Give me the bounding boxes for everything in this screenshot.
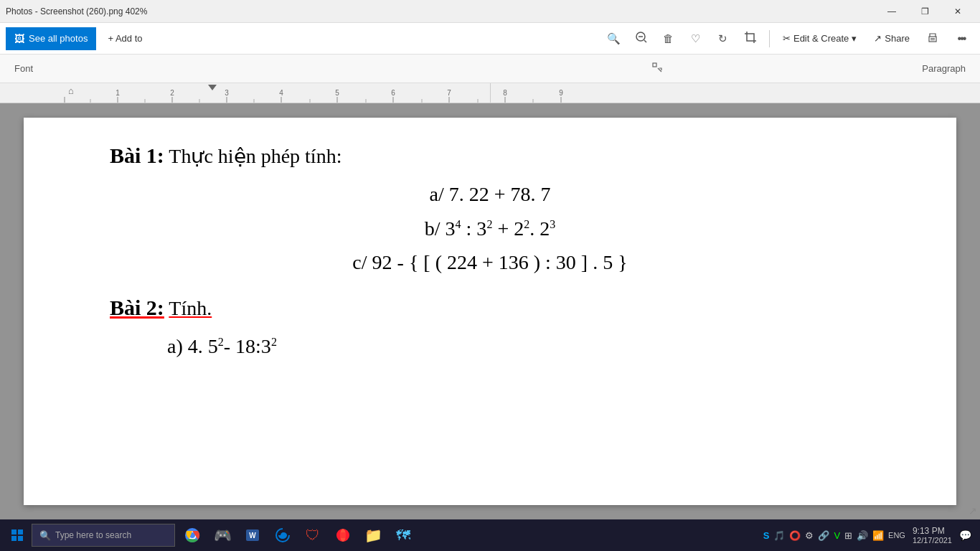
document-area: Bài 1: Thực hiện phép tính: a/ 7. 22 + 7… bbox=[0, 103, 980, 519]
tray-circle-icon: ⭕ bbox=[789, 530, 801, 541]
see-all-photos-label: See all photos bbox=[29, 33, 88, 44]
toolbar-icons: 🔍 🗑 ♡ ↻ bbox=[601, 26, 763, 52]
favorite-button[interactable]: ♡ bbox=[683, 26, 709, 52]
search-icon: 🔍 bbox=[39, 530, 51, 541]
taskbar-maps[interactable]: 🗺 bbox=[389, 521, 418, 550]
zoom-in-button[interactable]: 🔍 bbox=[601, 26, 627, 52]
svg-rect-38 bbox=[18, 536, 23, 541]
math-line-a: a/ 7. 22 + 78. 7 bbox=[110, 177, 870, 212]
svg-point-46 bbox=[336, 532, 349, 538]
title-bar-title: Photos - Screenshot (260).png 402% bbox=[6, 6, 147, 17]
crop-button[interactable] bbox=[738, 26, 763, 52]
ribbon-expand-icon[interactable] bbox=[652, 62, 662, 75]
document-content: Bài 1: Thực hiện phép tính: a/ 7. 22 + 7… bbox=[110, 139, 870, 363]
bai1-title: Bài 1: bbox=[110, 143, 164, 167]
svg-rect-4 bbox=[930, 38, 935, 39]
svg-text:3: 3 bbox=[225, 89, 229, 97]
tray-music-icon: 🎵 bbox=[773, 530, 785, 541]
taskbar-game[interactable]: 🎮 bbox=[208, 521, 237, 550]
toolbar-right: ✂ Edit & Create ▾ ↗ Share ••• bbox=[776, 26, 974, 52]
edit-icon: ✂ bbox=[783, 33, 791, 44]
title-bar-controls: — ❐ ✕ bbox=[875, 0, 974, 23]
edit-create-button[interactable]: ✂ Edit & Create ▾ bbox=[776, 27, 864, 50]
zoom-out-button[interactable] bbox=[628, 26, 654, 52]
taskbar-word[interactable]: W bbox=[238, 521, 267, 550]
svg-rect-3 bbox=[929, 37, 936, 42]
exp2: 2 bbox=[486, 217, 492, 230]
svg-text:9: 9 bbox=[559, 89, 563, 97]
title-bar-left: Photos - Screenshot (260).png 402% bbox=[6, 6, 147, 17]
line-c-text: c/ 92 - { [ ( 224 + 136 ) : 30 ] . 5 } bbox=[352, 251, 627, 273]
svg-text:W: W bbox=[249, 532, 256, 540]
line2-a-text: a) 4. 52- 18:32 bbox=[167, 335, 277, 357]
tray-speaker-icon: 🔊 bbox=[857, 530, 868, 541]
bai2-line: Bài 2: Tính. bbox=[110, 291, 870, 324]
bai2-title-underline: Bài 2: bbox=[110, 296, 164, 319]
minimize-button[interactable]: — bbox=[875, 0, 908, 23]
tray-app1-icon: ⚙ bbox=[805, 530, 814, 541]
close-button[interactable]: ✕ bbox=[941, 0, 974, 23]
line-b-pre: b/ 34 : 32 + 22. 23 bbox=[425, 217, 555, 240]
tray-grid-icon: ⊞ bbox=[844, 530, 852, 541]
share-button[interactable]: ↗ Share bbox=[867, 27, 917, 50]
math-line-c: c/ 92 - { [ ( 224 + 136 ) : 30 ] . 5 } bbox=[110, 245, 870, 280]
maximize-button[interactable]: ❐ bbox=[908, 0, 941, 23]
delete-button[interactable]: 🗑 bbox=[656, 26, 682, 52]
heart-icon: ♡ bbox=[691, 32, 700, 45]
add-to-button[interactable]: + Add to bbox=[99, 27, 151, 50]
svg-text:5: 5 bbox=[335, 89, 339, 97]
taskbar: 🔍 Type here to search 🎮 W bbox=[0, 519, 980, 551]
svg-rect-35 bbox=[11, 529, 17, 534]
svg-text:2: 2 bbox=[170, 89, 174, 97]
search-box[interactable]: 🔍 Type here to search bbox=[32, 524, 175, 547]
search-placeholder: Type here to search bbox=[55, 530, 131, 540]
delete-icon: 🗑 bbox=[663, 32, 674, 44]
tray-wifi-icon: 📶 bbox=[872, 530, 884, 541]
title-bar: Photos - Screenshot (260).png 402% — ❐ ✕ bbox=[0, 0, 980, 23]
svg-rect-36 bbox=[18, 529, 23, 534]
taskbar-security[interactable]: 🛡 bbox=[298, 521, 327, 550]
taskbar-apps: 🎮 W 🛡 📁 🗺 bbox=[178, 521, 418, 550]
math-line-b: b/ 34 : 32 + 22. 23 bbox=[110, 212, 870, 246]
tray-time: 9:13 PM bbox=[913, 526, 952, 536]
ruler: ⌂ 1 2 3 4 5 6 7 8 9 bbox=[0, 83, 980, 103]
more-options-button[interactable]: ••• bbox=[948, 26, 974, 52]
see-all-photos-button[interactable]: 🖼 See all photos bbox=[6, 27, 96, 50]
bai1-line: Bài 1: Thực hiện phép tính: bbox=[110, 139, 870, 171]
svg-rect-5 bbox=[930, 39, 935, 40]
chevron-down-icon: ▾ bbox=[852, 33, 857, 44]
toolbar: 🖼 See all photos + Add to 🔍 🗑 ♡ ↻ bbox=[0, 23, 980, 55]
taskbar-tray: S 🎵 ⭕ ⚙ 🔗 V ⊞ 🔊 📶 ENG 9:13 PM 12/17/2021… bbox=[758, 526, 977, 545]
resize-icon: ↗ bbox=[969, 505, 977, 517]
notification-icon[interactable]: 💬 bbox=[959, 529, 971, 541]
exp1: 4 bbox=[456, 217, 461, 230]
clock: 9:13 PM 12/17/2021 bbox=[913, 526, 952, 545]
bai2-title: Bài 2: bbox=[110, 296, 164, 319]
language-indicator: ENG bbox=[888, 531, 905, 540]
share-icon: ↗ bbox=[874, 33, 882, 44]
taskbar-chrome[interactable] bbox=[178, 521, 207, 550]
svg-line-2 bbox=[644, 40, 646, 42]
rotate-icon: ↻ bbox=[718, 32, 727, 45]
toolbar-divider bbox=[769, 30, 770, 47]
taskbar-edge[interactable] bbox=[268, 521, 297, 550]
tray-icons: S 🎵 ⭕ ⚙ 🔗 V ⊞ 🔊 📶 bbox=[763, 530, 884, 541]
exp5: 2 bbox=[218, 335, 224, 347]
bai2-desc: Tính. bbox=[164, 297, 212, 319]
svg-text:6: 6 bbox=[391, 89, 395, 97]
tray-date: 12/17/2021 bbox=[913, 536, 952, 545]
svg-text:1: 1 bbox=[116, 89, 120, 97]
ribbon-font-label: Font bbox=[14, 63, 33, 74]
taskbar-opera[interactable] bbox=[329, 521, 357, 550]
zoom-out-icon bbox=[635, 31, 648, 46]
taskbar-files[interactable]: 📁 bbox=[359, 521, 387, 550]
svg-text:8: 8 bbox=[503, 89, 507, 97]
print-icon bbox=[927, 32, 938, 46]
rotate-button[interactable]: ↻ bbox=[710, 26, 736, 52]
print-button[interactable] bbox=[920, 26, 946, 52]
exp3: 2 bbox=[524, 217, 529, 230]
start-button[interactable] bbox=[3, 521, 32, 550]
more-dots-icon: ••• bbox=[958, 32, 966, 45]
tray-vpn-icon: V bbox=[834, 530, 840, 541]
crop-icon bbox=[744, 31, 757, 47]
